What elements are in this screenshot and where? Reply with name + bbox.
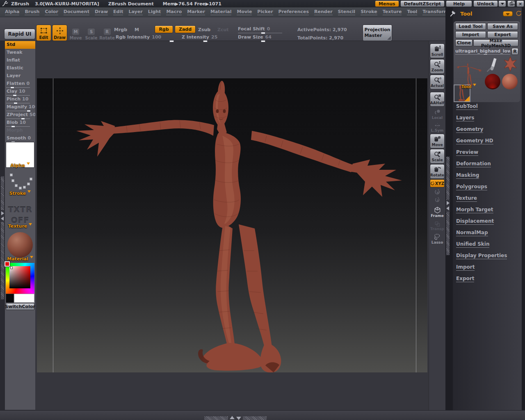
- mrgb-toggle[interactable]: Mrgb: [114, 27, 127, 32]
- menu-item[interactable]: Layer: [128, 9, 142, 15]
- tray-toggle-handle[interactable]: [446, 200, 450, 212]
- rotate-button[interactable]: Rotate: [430, 164, 445, 179]
- sphere3d-dark-tool-thumbnail[interactable]: [485, 74, 500, 89]
- menu-item[interactable]: Color: [45, 9, 58, 15]
- slider-handle[interactable]: [261, 40, 265, 42]
- texture-picker-label[interactable]: Texture: [5, 223, 35, 229]
- bottom-tray-handle[interactable]: [204, 413, 267, 420]
- local-button[interactable]: Local: [430, 107, 445, 121]
- lsym-button[interactable]: L.Sym: [430, 122, 445, 133]
- tool-section-link[interactable]: Geometry: [456, 126, 483, 133]
- menu-item[interactable]: Brush: [25, 9, 39, 15]
- scroll-button[interactable]: Scroll: [430, 43, 445, 58]
- tool-section-link[interactable]: Display Properties: [456, 253, 507, 259]
- tool-section-link[interactable]: Geometry HD: [456, 138, 493, 144]
- menu-item[interactable]: Stroke: [361, 9, 377, 15]
- tool-section-link[interactable]: Unified Skin: [456, 241, 489, 248]
- morph[interactable]: Morph: [5, 127, 35, 135]
- menu-item[interactable]: Tool: [407, 9, 417, 15]
- help-button[interactable]: Help: [446, 0, 472, 7]
- menu-item[interactable]: Document: [64, 9, 89, 15]
- close-button[interactable]: ×: [516, 0, 524, 7]
- layer[interactable]: Layer: [5, 72, 35, 80]
- canvas-viewport[interactable]: [35, 41, 429, 410]
- tool-name-slider[interactable]: ultragari_bighand_low: [455, 48, 510, 55]
- secondary-color-swatch[interactable]: [6, 294, 14, 303]
- reset-circle-icon[interactable]: [515, 10, 522, 17]
- menu-item[interactable]: Draw: [95, 9, 108, 15]
- tool-section-link[interactable]: Export: [456, 276, 474, 282]
- menu-item[interactable]: Texture: [383, 9, 402, 15]
- rapid-ui-button[interactable]: Rapid UI: [4, 29, 35, 39]
- tweak[interactable]: Tweak: [5, 49, 35, 57]
- color-picker[interactable]: [6, 263, 34, 294]
- scale-button[interactable]: Scale: [430, 149, 445, 164]
- save-as-button[interactable]: Save As: [487, 23, 518, 30]
- primary-color-swatch[interactable]: [14, 294, 34, 303]
- tool-section-link[interactable]: Import: [456, 264, 475, 271]
- menu-item[interactable]: Macro: [166, 9, 182, 15]
- slider-handle[interactable]: [169, 40, 174, 42]
- rotate-button[interactable]: R Rotate: [98, 25, 116, 41]
- menu-item[interactable]: Movie: [237, 9, 252, 15]
- stroke-picker-label[interactable]: Stroke: [5, 190, 35, 196]
- magnify[interactable]: Magnify100: [5, 103, 35, 111]
- menu-item[interactable]: Material: [210, 9, 231, 15]
- restore-config-button[interactable]: R: [511, 48, 518, 55]
- saturation-value-box[interactable]: [9, 266, 30, 288]
- zcut-toggle[interactable]: Zcut: [217, 27, 229, 32]
- std[interactable]: Std: [5, 41, 35, 49]
- menu-item[interactable]: Alpha: [5, 9, 19, 15]
- tray-toggle-handle[interactable]: [0, 210, 5, 222]
- color-cursor[interactable]: [10, 267, 13, 269]
- menu-item[interactable]: Stencil: [338, 9, 356, 15]
- menu-item[interactable]: Picker: [257, 9, 273, 15]
- tool-section-link[interactable]: Masking: [456, 172, 479, 179]
- palette-swatch-icon[interactable]: [503, 11, 513, 16]
- draw-size-slider[interactable]: Draw Size64: [238, 34, 282, 41]
- menu-item[interactable]: Preferences: [278, 9, 309, 15]
- move-button[interactable]: M Move: [68, 25, 83, 41]
- z-intensity-slider[interactable]: Z Intensity25: [182, 34, 246, 41]
- elastic[interactable]: Elastic: [5, 64, 35, 72]
- move-button[interactable]: Move: [430, 134, 445, 148]
- tool-palette-header[interactable]: Tool: [450, 9, 522, 18]
- focal-shift-slider[interactable]: Focal Shift0: [238, 26, 282, 33]
- clone-button[interactable]: Clone: [455, 39, 472, 46]
- tool-section-link[interactable]: Deformation: [456, 161, 491, 167]
- frame-button[interactable]: Frame: [430, 204, 445, 220]
- m-toggle[interactable]: M: [135, 27, 139, 32]
- inflat[interactable]: Inflat: [5, 57, 35, 64]
- tool-section-link[interactable]: Preview: [456, 149, 478, 156]
- tool-section-link[interactable]: Morph Target: [456, 207, 493, 213]
- menu-item[interactable]: Transform: [422, 9, 448, 15]
- blob[interactable]: Blob10: [5, 119, 35, 127]
- menu-item[interactable]: Render: [314, 9, 333, 15]
- divider-hatch[interactable]: [1, 176, 4, 299]
- draw-button[interactable]: Draw: [52, 25, 67, 41]
- tool-section-link[interactable]: NormalMap: [456, 230, 488, 236]
- tool-section-link[interactable]: Displacement: [456, 218, 494, 225]
- scale-button[interactable]: S Scale: [84, 25, 99, 41]
- alpha-picker-label[interactable]: Alpha: [5, 162, 35, 168]
- switch-color-button[interactable]: SwitchColor: [6, 303, 34, 310]
- restore-button[interactable]: [507, 0, 515, 7]
- minimize-button[interactable]: [498, 0, 506, 7]
- rotate-z-button[interactable]: [430, 197, 445, 204]
- edit-button[interactable]: Edit: [36, 25, 51, 41]
- tool-section-link[interactable]: Polygroups: [456, 184, 487, 190]
- projection-master-button[interactable]: Projection Master: [363, 25, 392, 41]
- zproject[interactable]: ZProject50: [5, 111, 35, 119]
- star3d-tool-thumbnail[interactable]: [502, 56, 518, 72]
- tool-picker-label[interactable]: Tool: [455, 84, 482, 89]
- actual-button[interactable]: Actual: [430, 75, 445, 89]
- slider-handle[interactable]: [483, 54, 488, 55]
- slider-handle[interactable]: [261, 32, 265, 34]
- import-button[interactable]: Import: [455, 31, 486, 38]
- simple-brush-tool-thumbnail[interactable]: [485, 57, 500, 72]
- tool-section-link[interactable]: SubTool: [456, 103, 478, 110]
- material-preview-sphere[interactable]: [7, 232, 33, 258]
- rotate-y-button[interactable]: [430, 189, 445, 196]
- clay[interactable]: Clay10: [5, 88, 35, 96]
- zbrush-document[interactable]: [37, 78, 427, 372]
